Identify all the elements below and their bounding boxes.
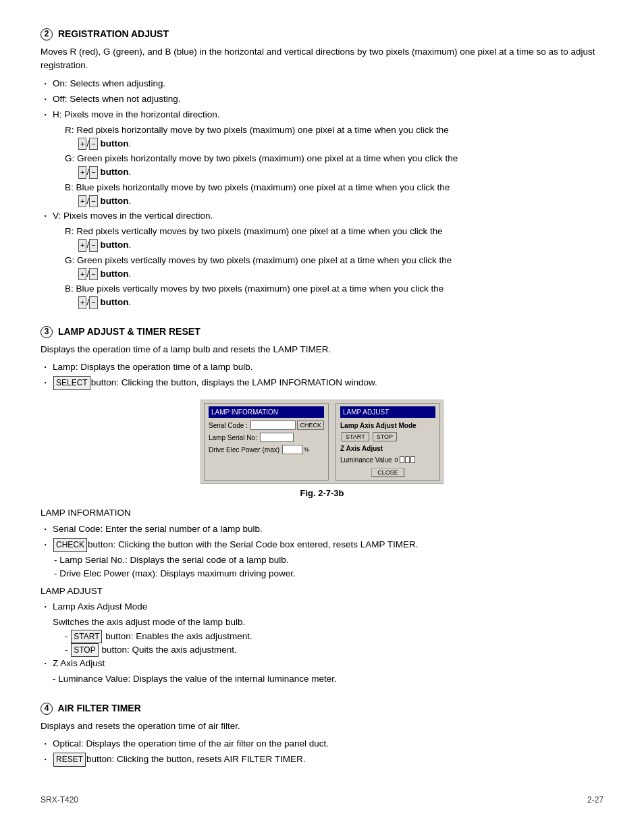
close-button-dialog[interactable]: CLOSE xyxy=(371,468,404,477)
stop-button-dialog[interactable]: STOP xyxy=(373,432,397,441)
section-3-number: 3 xyxy=(41,326,53,338)
lamp-info-panel-title: LAMP INFORMATION xyxy=(209,406,324,418)
fig-caption: Fig. 2-7-3b xyxy=(41,487,603,500)
lamp-serial-no-field: Lamp Serial No: xyxy=(209,433,324,443)
section-4-title: 4 AIR FILTER TIMER xyxy=(41,701,603,715)
plus-btn-v-r: + xyxy=(78,239,86,252)
lamp-line1: Lamp: Displays the operation time of a l… xyxy=(53,360,252,375)
serial-code-input[interactable] xyxy=(250,421,296,430)
section-2-intro: Moves R (red), G (green), and B (blue) i… xyxy=(41,45,603,73)
bullet-off-label: Off: Selects when not adjusting. xyxy=(53,92,181,107)
page-footer: SRX-T420 2-27 xyxy=(41,794,603,806)
minus-btn-v-g: − xyxy=(89,268,97,281)
lamp-serial-no-value xyxy=(260,433,294,442)
h-sub-r: R: Red pixels horizontally move by two p… xyxy=(65,124,603,151)
af-optical: ・ Optical: Displays the operation time o… xyxy=(41,737,603,751)
serial-code-field: Serial Code : CHECK xyxy=(209,421,324,431)
lamp-adjust-heading: LAMP ADJUST xyxy=(41,585,603,598)
bullet-h-label: H: Pixels move in the horizontal directi… xyxy=(53,108,220,122)
bullet-h: ・ H: Pixels move in the horizontal direc… xyxy=(41,108,603,122)
section-air-filter: 4 AIR FILTER TIMER Displays and resets t… xyxy=(41,701,603,767)
la-luminance-text: - Luminance Value: Displays the value of… xyxy=(53,672,603,686)
plus-btn-h-g: + xyxy=(78,166,86,179)
bullet-on: ・ On: Selects when adjusting. xyxy=(41,77,603,91)
check-button[interactable]: CHECK xyxy=(297,421,324,430)
start-button-dialog[interactable]: START xyxy=(342,432,369,441)
plus-btn-v-b: + xyxy=(78,296,86,309)
lamp-info-text-section: LAMP INFORMATION ・ Serial Code: Enter th… xyxy=(41,506,603,580)
start-button-label[interactable]: START xyxy=(71,630,102,643)
af-reset-post: button: Clicking the button, resets AIR … xyxy=(86,753,305,767)
li-serial-code: ・ Serial Code: Enter the serial number o… xyxy=(41,522,603,537)
lamp-adjust-panel: LAMP ADJUST Lamp Axis Adjust Mode START … xyxy=(336,403,440,481)
h-sub-b: B: Blue pixels horizontally move by two … xyxy=(65,181,603,209)
plus-btn-h-b: + xyxy=(78,195,86,208)
stop-button-label[interactable]: STOP xyxy=(71,643,98,657)
lamp-line2-post: button: Clicking the button, displays th… xyxy=(91,376,377,390)
figure-container: LAMP INFORMATION Serial Code : CHECK Lam… xyxy=(41,400,603,484)
section-4-number: 4 xyxy=(41,703,53,715)
lamp-bullet-2: ・ SELECT button: Clicking the button, di… xyxy=(41,376,603,390)
drive-elec-field: Drive Elec Power (max) % xyxy=(209,445,324,455)
lamp-info-dialog: LAMP INFORMATION Serial Code : CHECK Lam… xyxy=(200,400,444,484)
footer-right: 2-27 xyxy=(587,794,603,806)
bullet-v-label: V: Pixels moves in the vertical directio… xyxy=(53,209,213,223)
axis-mode-field: START STOP xyxy=(340,432,435,441)
v-sub-r: R: Red pixels vertically moves by two pi… xyxy=(65,225,603,252)
reset-button-label[interactable]: RESET xyxy=(53,753,86,767)
la-switches-text: Switches the axis adjust mode of the lam… xyxy=(53,616,603,629)
section-registration-adjust: 2 REGISTRATION ADJUST Moves R (red), G (… xyxy=(41,27,603,310)
h-sub-g: G: Green pixels horizontally move by two… xyxy=(65,152,603,180)
section-2-number: 2 xyxy=(41,28,53,40)
section-lamp-adjust: 3 LAMP ADJUST & TIMER RESET Displays the… xyxy=(41,325,603,686)
af-reset: ・ RESET button: Clicking the button, res… xyxy=(41,753,603,767)
minus-btn-h-r: − xyxy=(89,138,97,151)
plus-btn-h-r: + xyxy=(78,138,86,151)
bullet-off: ・ Off: Selects when not adjusting. xyxy=(41,92,603,107)
lamp-bullet-1: ・ Lamp: Displays the operation time of a… xyxy=(41,360,603,375)
v-sub-g: G: Green pixels vertically moves by two … xyxy=(65,254,603,281)
li-drive-elec-sub: - Drive Elec Power (max): Displays maxim… xyxy=(54,567,603,580)
v-sub-b: B: Blue pixels vertically moves by two p… xyxy=(65,282,603,310)
z-axis-adjust-label: Z Axis Adjust xyxy=(340,443,435,454)
la-lamp-axis: ・ Lamp Axis Adjust Mode xyxy=(41,600,603,614)
section-2-title: 2 REGISTRATION ADJUST xyxy=(41,27,603,41)
la-stop-item: - STOP button: Quits the axis adjustment… xyxy=(65,643,603,657)
footer-left: SRX-T420 xyxy=(41,794,78,806)
luminance-value-field: Luminance Value 0 xyxy=(340,455,435,465)
bullet-v: ・ V: Pixels moves in the vertical direct… xyxy=(41,209,603,223)
la-z-axis: ・ Z Axis Adjust xyxy=(41,657,603,671)
plus-btn-v-g: + xyxy=(78,268,86,281)
luminance-bar xyxy=(400,456,415,463)
lamp-info-heading: LAMP INFORMATION xyxy=(41,506,603,520)
bullet-on-label: On: Selects when adjusting. xyxy=(53,77,165,91)
lamp-axis-adjust-mode-label: Lamp Axis Adjust Mode xyxy=(340,421,435,431)
minus-btn-h-b: − xyxy=(89,195,97,208)
li-check-button: ・ CHECK button: Clicking the button with… xyxy=(41,538,603,552)
minus-btn-v-r: − xyxy=(89,239,97,252)
af-optical-label: Optical: Displays the operation time of … xyxy=(53,737,329,751)
drive-elec-value xyxy=(282,445,302,454)
section-3-intro: Displays the operation time of a lamp bu… xyxy=(41,343,603,356)
li-lamp-serial-sub: - Lamp Serial No.: Displays the serial c… xyxy=(54,553,603,567)
minus-btn-h-g: − xyxy=(89,166,97,179)
la-start-item: - START button: Enables the axis adjustm… xyxy=(65,630,603,643)
lamp-adjust-panel-title: LAMP ADJUST xyxy=(340,406,435,418)
check-button-label[interactable]: CHECK xyxy=(53,538,87,552)
minus-btn-v-b: − xyxy=(89,296,97,309)
section-4-intro: Displays and resets the operation time o… xyxy=(41,720,603,733)
lamp-information-panel: LAMP INFORMATION Serial Code : CHECK Lam… xyxy=(204,403,329,481)
lamp-adjust-text-section: LAMP ADJUST ・ Lamp Axis Adjust Mode Swit… xyxy=(41,585,603,686)
section-3-title: 3 LAMP ADJUST & TIMER RESET xyxy=(41,325,603,339)
select-button-label[interactable]: SELECT xyxy=(53,376,90,390)
